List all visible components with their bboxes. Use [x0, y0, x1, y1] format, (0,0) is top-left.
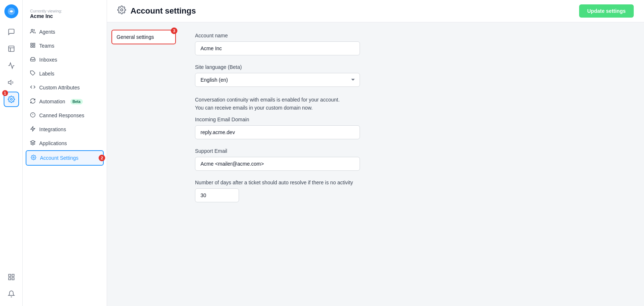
settings-rail-icon[interactable] [4, 92, 19, 107]
main-content: Account settings Update settings General… [107, 0, 644, 306]
automation-badge: Beta [70, 99, 83, 104]
custom-attributes-icon [30, 84, 36, 91]
automation-icon [30, 98, 36, 105]
svg-rect-1 [8, 46, 14, 52]
topbar: Account settings Update settings [107, 0, 644, 22]
sidebar-item-canned-responses[interactable]: Canned Responses [23, 108, 107, 122]
integrations-label: Integrations [39, 126, 66, 132]
applications-icon [30, 140, 36, 147]
svg-rect-11 [31, 46, 32, 47]
svg-point-19 [121, 9, 123, 11]
inboxes-label: Inboxes [39, 57, 57, 63]
account-name-input[interactable] [195, 41, 360, 55]
step-3-marker: 3 [171, 27, 177, 34]
svg-rect-9 [31, 43, 32, 45]
account-settings-label: Account Settings [40, 155, 78, 161]
sidebar-header: Currently viewing: Acme Inc [23, 6, 107, 25]
chat-rail-icon[interactable] [4, 24, 19, 40]
inbox-rail-icon[interactable] [4, 41, 19, 56]
site-language-select[interactable]: English (en) Spanish (es) French (fr) Ge… [195, 73, 360, 87]
sidebar-item-automation[interactable]: Automation Beta [23, 95, 107, 108]
svg-marker-2 [8, 80, 11, 85]
general-settings-label: General settings [117, 34, 154, 40]
step-2-marker: 2 [99, 155, 105, 161]
sidebar-item-integrations[interactable]: Integrations [23, 122, 107, 136]
icon-rail [0, 0, 23, 306]
svg-rect-10 [33, 43, 35, 45]
applications-label: Applications [39, 140, 67, 146]
page-title-icon [117, 5, 126, 16]
sub-nav: General settings 3 [107, 22, 180, 306]
sidebar-item-teams[interactable]: Teams [23, 39, 107, 53]
account-name-label: Account name [195, 33, 629, 38]
svg-point-18 [33, 157, 34, 158]
page-title: Account settings [130, 6, 196, 16]
agents-icon [30, 29, 36, 35]
sidebar-item-account-settings[interactable]: Account Settings 2 [26, 150, 104, 166]
site-language-group: Site language (Beta) English (en) Spanis… [195, 64, 629, 87]
sidebar-item-agents[interactable]: Agents [23, 25, 107, 39]
update-settings-button[interactable]: Update settings [579, 4, 634, 18]
incoming-email-input[interactable] [195, 125, 360, 139]
labels-label: Labels [39, 71, 54, 77]
canned-responses-label: Canned Responses [39, 113, 84, 118]
page-title-wrap: Account settings [117, 5, 196, 16]
support-email-group: Support Email [195, 148, 629, 171]
account-settings-icon [31, 155, 36, 161]
auto-resolve-input[interactable] [195, 188, 239, 202]
inboxes-icon [30, 56, 36, 63]
svg-rect-12 [33, 46, 35, 47]
teams-icon [30, 43, 36, 49]
help-rail-icon[interactable] [4, 269, 19, 285]
email-continuity-group: Conversation continuity with emails is e… [195, 96, 629, 139]
labels-icon [30, 70, 36, 77]
content-area: General settings 3 Account name [107, 22, 644, 306]
sub-nav-general-settings[interactable]: General settings 3 [111, 30, 176, 44]
account-name-group: Account name [195, 33, 629, 55]
automation-label: Automation [39, 99, 65, 104]
teams-label: Teams [39, 43, 54, 49]
notifications-rail-icon[interactable] [4, 286, 19, 302]
form-area: Account name Site language (Beta) Englis… [180, 22, 644, 306]
agents-label: Agents [39, 29, 55, 35]
svg-rect-6 [8, 278, 11, 280]
svg-rect-5 [12, 274, 14, 277]
custom-attributes-label: Custom Attributes [39, 85, 80, 91]
currently-viewing-label: Currently viewing: [30, 9, 99, 13]
svg-point-3 [10, 99, 12, 100]
auto-resolve-label: Number of days after a ticket should aut… [195, 180, 629, 185]
sidebar: Currently viewing: Acme Inc Agents Teams… [23, 0, 107, 306]
site-language-label: Site language (Beta) [195, 64, 629, 70]
sidebar-item-custom-attributes[interactable]: Custom Attributes [23, 81, 107, 95]
campaigns-rail-icon[interactable] [4, 75, 19, 90]
svg-point-8 [31, 29, 33, 31]
svg-marker-17 [31, 126, 35, 131]
sidebar-item-inboxes[interactable]: Inboxes [23, 53, 107, 67]
sidebar-item-labels[interactable]: Labels [23, 67, 107, 81]
email-continuity-text: Conversation continuity with emails is e… [195, 96, 360, 112]
support-email-label: Support Email [195, 148, 629, 154]
support-email-input[interactable] [195, 157, 360, 171]
integrations-icon [30, 126, 36, 133]
svg-rect-4 [8, 274, 11, 277]
sidebar-item-applications[interactable]: Applications [23, 136, 107, 150]
svg-rect-7 [12, 278, 14, 280]
sidebar-account-name: Acme Inc [30, 13, 99, 19]
canned-responses-icon [30, 112, 36, 119]
app-logo[interactable] [4, 4, 18, 18]
incoming-email-label: Incoming Email Domain [195, 117, 629, 122]
reports-rail-icon[interactable] [4, 58, 19, 73]
auto-resolve-group: Number of days after a ticket should aut… [195, 180, 629, 202]
